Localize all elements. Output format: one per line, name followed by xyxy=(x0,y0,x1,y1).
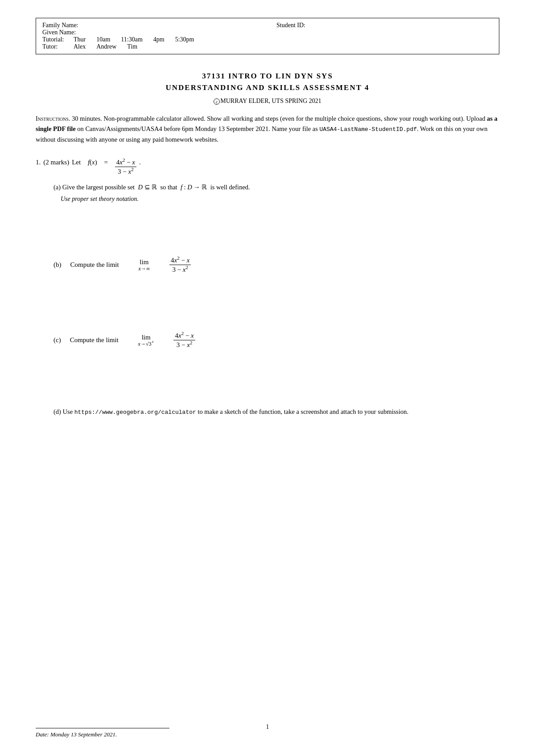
copyright-line: cMURRAY ELDER, UTS SPRING 2021 xyxy=(36,98,499,105)
family-name-label: Family Name: xyxy=(42,22,78,29)
main-title: 37131 INTRO TO LIN DYN SYS UNDERSTANDING… xyxy=(36,70,499,93)
q1-b-label: (b) xyxy=(54,261,62,269)
q1-b-numerator: 4x2 − x xyxy=(169,256,191,265)
student-id-row: Student ID: xyxy=(276,22,493,29)
copyright-symbol: c xyxy=(214,98,220,105)
q1-c-numerator: 4x2 − x xyxy=(173,331,195,340)
q1-a-text3: is well defined. xyxy=(210,184,250,191)
header-grid: Family Name: Given Name: Tutorial: Thur … xyxy=(42,22,493,50)
instructions-mono1: UASA4-LastName-StudentID.pdf xyxy=(320,126,417,133)
q1-marks: (2 marks) xyxy=(43,159,69,166)
tutor-andrew: Andrew xyxy=(96,43,116,50)
q1-denominator: 3 − x2 xyxy=(116,167,135,176)
q1-c-text: Compute the limit xyxy=(70,336,119,344)
q1-number: 1. xyxy=(36,159,41,166)
page-wrapper: Family Name: Given Name: Tutorial: Thur … xyxy=(36,18,499,731)
q1-d-text1: Use xyxy=(63,408,74,415)
spacer-after-b xyxy=(36,278,499,331)
header-right: Student ID: xyxy=(268,22,493,50)
instructions-section: Instructions. 30 minutes. Non-programmab… xyxy=(36,114,499,145)
q1-a-function: f xyxy=(181,184,182,191)
tutor-row: Tutor: Alex Andrew Tim xyxy=(42,43,268,50)
tutorial-time-1130am: 11:30am xyxy=(121,36,142,43)
tutorial-times: Thur 10am 11:30am 4pm 5:30pm xyxy=(74,36,194,43)
header-left: Family Name: Given Name: Tutorial: Thur … xyxy=(42,22,268,50)
q1-b-lim: lim x→∞ xyxy=(138,258,150,271)
tutorial-time-10am: 10am xyxy=(96,36,110,43)
q1-c-label: (c) xyxy=(54,336,61,344)
tutorial-time-thur: Thur xyxy=(74,36,86,43)
q1-d-label: (d) xyxy=(54,408,61,415)
q1-a-paren-label: (a) xyxy=(54,184,61,191)
q1-b-lim-word: lim xyxy=(140,258,148,266)
copyright-text: MURRAY ELDER, UTS SPRING 2021 xyxy=(220,98,321,104)
q1-c-lim-word: lim xyxy=(142,334,151,341)
q1-part-a: (a) Give the largest possible set D ⊆ ℝ … xyxy=(54,184,499,191)
tutorial-label: Tutorial: xyxy=(42,36,74,43)
title-line1: 37131 INTRO TO LIN DYN SYS xyxy=(36,70,499,82)
header-box: Family Name: Given Name: Tutorial: Thur … xyxy=(36,18,499,54)
q1-c-fraction: 4x2 − x 3 − x2 xyxy=(173,331,195,349)
tutorial-row: Tutorial: Thur 10am 11:30am 4pm 5:30pm xyxy=(42,36,268,43)
tutor-label: Tutor: xyxy=(42,43,74,50)
q1-function: f(x) xyxy=(88,159,97,166)
q1-d-mono: https://www.geogebra.org/calculator xyxy=(74,409,196,416)
question-1-main: 1. (2 marks) Let f(x) = 4x2 − x 3 − x2 . xyxy=(36,158,499,176)
q1-a-note-text: Use proper set theory notation. xyxy=(61,196,139,202)
q1-c-lim-sub: x→√3+ xyxy=(138,341,154,347)
q1-equals: = xyxy=(104,159,108,166)
spacer-after-c xyxy=(36,353,499,407)
q1-part-c: (c) Compute the limit lim x→√3+ 4x2 − x … xyxy=(54,331,499,349)
question-1: 1. (2 marks) Let f(x) = 4x2 − x 3 − x2 .… xyxy=(36,158,499,493)
q1-part-d: (d) Use https://www.geogebra.org/calcula… xyxy=(54,407,499,417)
title-section: 37131 INTRO TO LIN DYN SYS UNDERSTANDING… xyxy=(36,70,499,105)
family-name-row: Family Name: xyxy=(42,22,268,29)
q1-b-denominator: 3 − x2 xyxy=(171,265,189,274)
given-name-row: Given Name: xyxy=(42,29,268,36)
tutorial-time-4pm: 4pm xyxy=(153,36,165,43)
q1-b-text: Compute the limit xyxy=(70,261,119,269)
page-num-value: 1 xyxy=(266,723,269,730)
q1-numerator: 4x2 − x xyxy=(115,158,136,167)
footer-date-label: Date: xyxy=(36,731,50,738)
instructions-text2: on Canvas/Assignments/UASA4 before 6pm M… xyxy=(76,125,320,132)
instructions-text1: 30 minutes. Non-programmable calculator … xyxy=(72,115,487,122)
q1-c-lim: lim x→√3+ xyxy=(138,334,154,347)
q1-c-denominator: 3 − x2 xyxy=(175,340,194,349)
spacer-after-d xyxy=(36,422,499,493)
footer-date-italic: Date xyxy=(36,731,47,738)
q1-a-set-notation: D xyxy=(138,184,142,191)
student-id-label: Student ID: xyxy=(276,22,305,29)
q1-a-label: (a) Give the largest possible set D ⊆ ℝ … xyxy=(54,184,250,191)
q1-part-b: (b) Compute the limit lim x→∞ 4x2 − x 3 … xyxy=(54,256,499,274)
given-name-label: Given Name: xyxy=(42,29,76,36)
q1-period: . xyxy=(139,159,141,166)
tutor-alex: Alex xyxy=(74,43,86,50)
q1-a-text: Give the largest possible set xyxy=(62,184,135,191)
title-line2: UNDERSTANDING AND SKILLS ASSESSMENT 4 xyxy=(36,82,499,94)
tutorial-time-530pm: 5:30pm xyxy=(175,36,194,43)
main-content: Family Name: Given Name: Tutorial: Thur … xyxy=(36,18,499,706)
footer: Date: Monday 13 September 2021. xyxy=(36,728,169,738)
q1-b-lim-sub: x→∞ xyxy=(138,266,150,271)
q1-a-note: Use proper set theory notation. xyxy=(61,196,499,203)
q1-b-fraction: 4x2 − x 3 − x2 xyxy=(169,256,191,274)
q1-text: Let xyxy=(72,159,81,166)
q1-fraction: 4x2 − x 3 − x2 xyxy=(115,158,136,176)
footer-date-value: Monday 13 September 2021. xyxy=(50,731,117,738)
tutor-names: Alex Andrew Tim xyxy=(74,43,137,50)
q1-a-text2: so that xyxy=(160,184,177,191)
q1-d-text2: to make a sketch of the function, take a… xyxy=(196,408,408,415)
instructions-label: Instructions. xyxy=(36,115,70,122)
tutor-tim: Tim xyxy=(127,43,137,50)
